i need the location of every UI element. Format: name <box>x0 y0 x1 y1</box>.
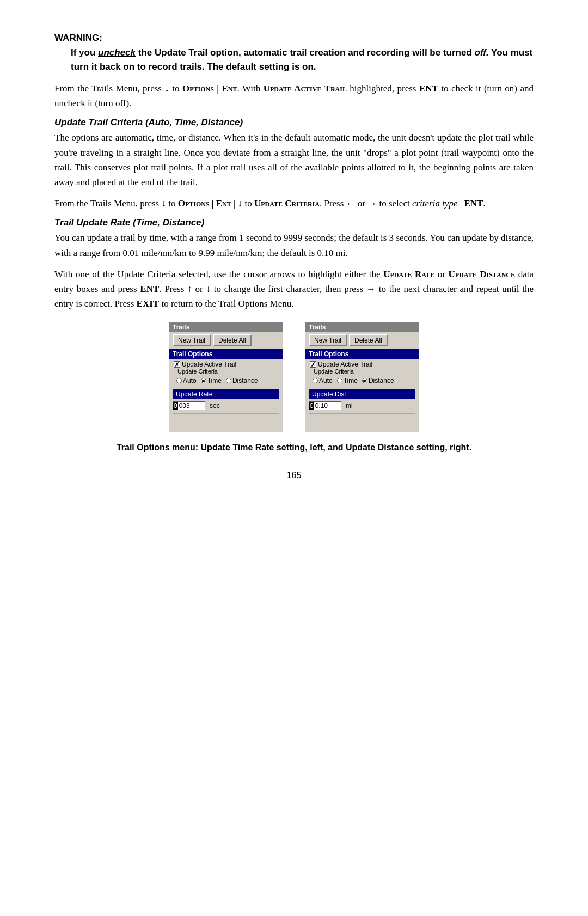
ui-right-group-label: Update Criteria <box>313 368 355 375</box>
ui-left-input-value: 003 <box>178 402 191 410</box>
update-distance: Update Distance <box>449 269 515 279</box>
ui-right-title: Trails <box>305 322 419 332</box>
ui-left-new-trail-btn[interactable]: New Trail <box>173 334 211 346</box>
page-content: WARNING: If you uncheck the Update Trail… <box>54 33 534 480</box>
ui-left-input-row: 0 003 sec <box>169 400 283 411</box>
ui-left-group-label: Update Criteria <box>176 368 219 375</box>
ui-right-delete-all-btn[interactable]: Delete All <box>349 334 388 346</box>
ui-left-radio-time[interactable]: Time <box>201 377 222 384</box>
ui-left-radio-auto[interactable]: Auto <box>176 377 197 384</box>
page-number: 165 <box>54 471 534 480</box>
ui-right-checkbox-label: Update Active Trail <box>318 361 372 368</box>
ui-left-radio-auto-label: Auto <box>183 377 197 384</box>
section1-heading: Update Trail Criteria (Auto, Time, Dista… <box>54 117 534 128</box>
ui-right-button-row: New Trail Delete All <box>305 332 419 349</box>
ui-right-checkbox[interactable]: ✗ <box>310 361 316 368</box>
ui-right-radio-auto[interactable]: Auto <box>313 377 333 384</box>
ui-left-empty-section <box>173 413 279 430</box>
uncheck-italic: uncheck <box>98 47 136 58</box>
ui-left-radio-distance[interactable]: Distance <box>226 377 258 384</box>
ui-left-delete-all-btn[interactable]: Delete All <box>213 334 252 346</box>
ui-right-group-box: Update Criteria Auto Time Distance <box>309 372 415 387</box>
update-criteria: Update Criteria <box>254 198 320 209</box>
ui-right-box: Trails New Trail Delete All Trail Option… <box>305 322 419 432</box>
ui-left-checkbox[interactable]: ✗ <box>174 361 180 368</box>
ent-bold: ENT <box>419 83 438 94</box>
ui-left-unit: sec <box>210 402 220 410</box>
ui-right-empty-section <box>309 413 415 430</box>
warning-text: If you uncheck the Update Trail option, … <box>54 46 534 74</box>
ui-right-input-row: 0 0.10 mi <box>305 400 419 411</box>
ui-right-input-field[interactable]: 0 0.10 <box>309 401 341 410</box>
options-ent2: Options | Ent <box>178 198 231 209</box>
ui-left-input-field[interactable]: 0 003 <box>173 401 205 410</box>
ui-left-radio-auto-btn[interactable] <box>176 378 182 383</box>
ui-left-radio-row: Auto Time Distance <box>176 374 275 384</box>
ui-left-section-header: Trail Options <box>169 349 283 359</box>
ui-left-box: Trails New Trail Delete All Trail Option… <box>169 322 283 432</box>
ui-left-title: Trails <box>169 322 283 332</box>
ui-left-radio-distance-label: Distance <box>232 377 258 384</box>
ui-left-radio-time-label: Time <box>207 377 222 384</box>
ui-right-radio-auto-label: Auto <box>319 377 333 384</box>
ent-bold3: ENT <box>140 284 159 294</box>
options-ent: Options | Ent <box>182 83 237 94</box>
ui-screenshots: Trails New Trail Delete All Trail Option… <box>54 322 534 432</box>
ui-right-radio-time-btn[interactable] <box>337 378 342 383</box>
ui-left-button-row: New Trail Delete All <box>169 332 283 349</box>
ui-right-radio-row: Auto Time Distance <box>313 374 412 384</box>
para4: You can update a trail by time, with a r… <box>54 230 534 260</box>
ui-right-radio-distance-btn[interactable] <box>362 378 367 383</box>
warning-block: WARNING: If you uncheck the Update Trail… <box>54 33 534 74</box>
ui-right-radio-time-label: Time <box>344 377 358 384</box>
para2: The options are automatic, time, or dist… <box>54 130 534 190</box>
ui-right-radio-time[interactable]: Time <box>337 377 358 384</box>
ui-right-radio-distance-label: Distance <box>369 377 394 384</box>
exit-bold: EXIT <box>137 298 160 309</box>
update-rate: Update Rate <box>383 269 434 279</box>
off-italic: off. <box>475 47 489 58</box>
criteria-type-italic: criteria type <box>412 198 458 209</box>
ui-left-radio-time-btn[interactable] <box>201 378 206 383</box>
ui-right-unit: mi <box>346 402 353 410</box>
ui-left-group-box: Update Criteria Auto Time Distance <box>173 372 279 387</box>
ui-left-subheader: Update Rate <box>173 389 279 399</box>
ui-right-new-trail-btn[interactable]: New Trail <box>309 334 347 346</box>
ui-right-radio-distance[interactable]: Distance <box>362 377 394 384</box>
para1: From the Trails Menu, press ↓ to Options… <box>54 81 534 111</box>
ui-left-radio-distance-btn[interactable] <box>226 378 231 383</box>
para3: From the Trails Menu, press ↓ to Options… <box>54 196 534 211</box>
ui-right-radio-auto-btn[interactable] <box>313 378 318 383</box>
ui-left-input-cursor: 0 <box>173 402 178 410</box>
section2-heading: Trail Update Rate (Time, Distance) <box>54 217 534 228</box>
ui-right-input-value: 0.10 <box>314 402 329 410</box>
para5: With one of the Update Criteria selected… <box>54 267 534 312</box>
caption: Trail Options menu: Update Time Rate set… <box>54 441 534 454</box>
warning-heading: WARNING: <box>54 33 534 44</box>
ui-right-section-header: Trail Options <box>305 349 419 359</box>
ent-bold2: ENT <box>464 198 483 209</box>
update-active-trail: Update Active Trail <box>264 83 347 94</box>
ui-right-subheader: Update Dist <box>309 389 415 399</box>
ui-left-checkbox-label: Update Active Trail <box>182 361 236 368</box>
ui-right-input-cursor: 0 <box>309 402 314 410</box>
